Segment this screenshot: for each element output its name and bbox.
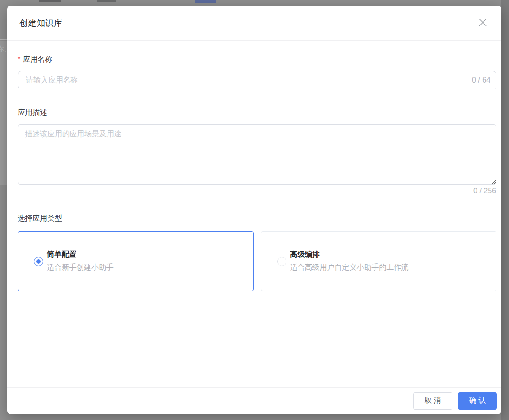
close-button[interactable] <box>476 17 489 30</box>
description-textarea[interactable] <box>18 124 496 185</box>
name-label-text: 应用名称 <box>23 55 52 64</box>
dialog-header: 创建知识库 <box>7 6 501 41</box>
option-title: 简单配置 <box>47 250 114 260</box>
radio-selected-icon[interactable] <box>34 257 43 266</box>
backdrop-panel-fragment <box>0 41 8 185</box>
dialog-footer: 取 消 确 认 <box>7 387 501 414</box>
description-char-counter: 0 / 256 <box>18 187 496 195</box>
description-field-label: 应用描述 <box>18 108 496 118</box>
backdrop-page-fragment <box>39 0 61 2</box>
type-section-label: 选择应用类型 <box>18 214 496 223</box>
create-knowledge-base-dialog: 创建知识库 * 应用名称 0 / 64 应用描述 0 / 256 选择应用类型 <box>7 6 501 414</box>
option-description: 适合新手创建小助手 <box>47 263 114 273</box>
type-card-simple-config[interactable]: 简单配置 适合新手创建小助手 <box>18 231 254 291</box>
option-description: 适合高级用户自定义小助手的工作流 <box>290 263 409 273</box>
type-label-text: 选择应用类型 <box>18 214 62 223</box>
name-field-label: * 应用名称 <box>18 55 496 64</box>
app-type-options: 简单配置 适合新手创建小助手 高级编排 适合高级用户自定义小助手的工作流 <box>18 231 496 291</box>
type-card-advanced-orchestration[interactable]: 高级编排 适合高级用户自定义小助手的工作流 <box>261 231 497 291</box>
cancel-button[interactable]: 取 消 <box>413 392 452 410</box>
backdrop-dimmed-band <box>501 0 509 420</box>
close-icon <box>478 18 487 28</box>
backdrop-divider-fragment <box>0 39 8 40</box>
name-char-counter: 0 / 64 <box>472 76 490 84</box>
dialog-body: * 应用名称 0 / 64 应用描述 0 / 256 选择应用类型 简单配置 适… <box>7 41 501 291</box>
name-input-wrapper: 0 / 64 <box>18 71 496 89</box>
option-title: 高级编排 <box>290 250 409 260</box>
required-asterisk: * <box>18 56 20 64</box>
backdrop-partial-text: 称, <box>0 45 8 54</box>
dialog-title: 创建知识库 <box>19 18 63 29</box>
backdrop-blue-link-fragment <box>195 0 216 3</box>
name-input[interactable] <box>25 76 467 85</box>
description-label-text: 应用描述 <box>18 108 47 118</box>
confirm-button[interactable]: 确 认 <box>458 392 497 410</box>
radio-unselected-icon[interactable] <box>277 257 286 266</box>
backdrop-page-fragment <box>97 0 116 2</box>
